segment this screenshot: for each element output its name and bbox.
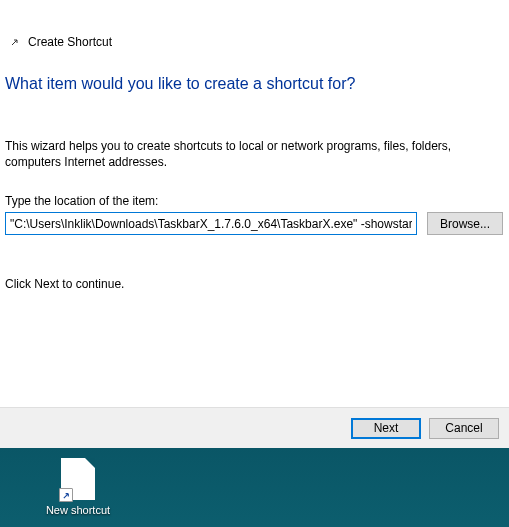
shortcut-overlay-icon [59,488,73,502]
dialog-title: Create Shortcut [28,35,112,49]
location-input[interactable] [5,212,417,235]
desktop-icon-label: New shortcut [46,504,110,516]
new-shortcut-desktop-icon[interactable]: New shortcut [38,458,118,516]
location-label: Type the location of the item: [0,170,509,212]
wizard-description: This wizard helps you to create shortcut… [0,93,509,170]
dialog-header: Create Shortcut [0,0,509,49]
desktop-taskbar-area: New shortcut [0,448,509,527]
dialog-button-bar: Next Cancel [0,407,509,448]
next-button[interactable]: Next [351,418,421,439]
create-shortcut-dialog: Create Shortcut What item would you like… [0,0,509,448]
cancel-button[interactable]: Cancel [429,418,499,439]
shortcut-arrow-icon [10,37,20,47]
location-row: Browse... [0,212,509,235]
page-heading: What item would you like to create a sho… [0,49,509,93]
browse-button[interactable]: Browse... [427,212,503,235]
blank-file-icon [61,458,95,500]
continue-hint: Click Next to continue. [0,235,509,291]
